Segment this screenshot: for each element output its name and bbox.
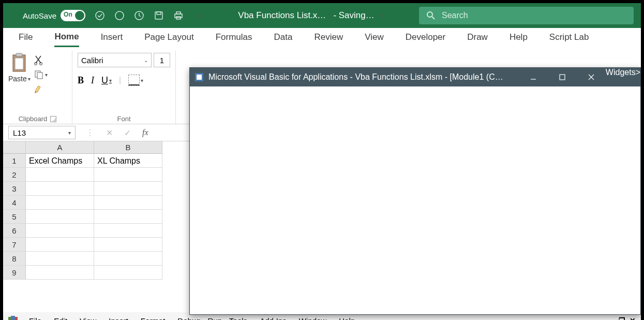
name-box[interactable]: L13▾ (8, 126, 76, 139)
tab-help[interactable]: Help (510, 32, 528, 46)
saving-status: - Saving… (333, 10, 374, 21)
format-painter-icon[interactable] (34, 84, 44, 94)
clock-icon[interactable] (134, 10, 144, 21)
tab-formulas[interactable]: Formulas (216, 32, 252, 46)
qat-dropdown-icon[interactable]: ▾ (193, 10, 203, 21)
svg-rect-15 (37, 72, 42, 79)
cut-icon[interactable] (34, 55, 44, 65)
font-size-select[interactable]: 1 (154, 53, 170, 67)
cell[interactable] (26, 196, 94, 210)
font-name-select[interactable]: Calibri⌄ (78, 53, 152, 67)
cell[interactable] (94, 182, 162, 196)
cell[interactable] (26, 224, 94, 238)
close-button[interactable] (577, 68, 606, 86)
tab-developer[interactable]: Developer (406, 32, 446, 46)
autosave-label: AutoSave (23, 11, 56, 20)
enter-icon[interactable]: ✓ (124, 128, 131, 138)
titlebar: AutoSave On ▾ Vba Functions List.x… - Sa… (3, 3, 641, 28)
cell[interactable] (94, 238, 162, 252)
svg-point-0 (96, 11, 104, 20)
menu-addins[interactable]: Add-Ins (254, 315, 292, 321)
row-header[interactable]: 4 (3, 196, 26, 210)
svg-point-1 (115, 11, 124, 20)
save-check-icon[interactable] (95, 10, 105, 21)
tab-insert[interactable]: Insert (101, 32, 123, 46)
tab-review[interactable]: Review (314, 32, 343, 46)
cell[interactable] (26, 266, 94, 280)
mdi-close-button[interactable]: ✕ (630, 316, 636, 320)
cell[interactable] (26, 168, 94, 182)
paste-button[interactable]: Paste▾ (8, 53, 31, 83)
toggle-switch[interactable]: On (61, 10, 85, 21)
tab-view[interactable]: View (365, 32, 384, 46)
select-all-corner[interactable] (3, 141, 26, 154)
italic-button[interactable]: I (91, 75, 94, 86)
minimize-button[interactable] (519, 68, 548, 86)
cell[interactable] (26, 252, 94, 266)
tab-data[interactable]: Data (274, 32, 293, 46)
copy-button[interactable]: ▾ (34, 69, 48, 80)
border-icon (128, 75, 140, 86)
menu-insert[interactable]: Insert (103, 315, 133, 321)
search-input[interactable]: Search (419, 7, 634, 24)
svg-rect-18 (560, 75, 565, 80)
menu-help[interactable]: Help (334, 315, 360, 321)
row-header[interactable]: 5 (3, 210, 26, 224)
menu-file[interactable]: File (24, 315, 47, 321)
cancel-icon[interactable]: ✕ (106, 128, 113, 138)
tab-script-lab[interactable]: Script Lab (549, 32, 589, 46)
cell[interactable] (26, 238, 94, 252)
cell[interactable] (94, 224, 162, 238)
cell[interactable] (94, 196, 162, 210)
menu-debug[interactable]: Debug (172, 315, 205, 321)
cell-b1[interactable]: XL Champs (94, 154, 162, 168)
toggle-knob (75, 11, 84, 20)
border-button[interactable]: ▾ (128, 75, 143, 86)
svg-rect-17 (197, 75, 202, 80)
row-header[interactable]: 1 (3, 154, 26, 168)
col-header-a[interactable]: A (26, 141, 94, 154)
tab-page-layout[interactable]: Page Layout (144, 32, 193, 46)
ribbon-tabs: File Home Insert Page Layout Formulas Da… (3, 28, 641, 51)
tab-home[interactable]: Home (54, 32, 79, 47)
fx-icon[interactable]: fx (142, 128, 148, 137)
autosave-toggle[interactable]: AutoSave On (23, 10, 85, 21)
vbe-app-icon (194, 72, 204, 82)
row-header[interactable]: 6 (3, 224, 26, 238)
svg-rect-21 (11, 316, 15, 320)
row-header[interactable]: 7 (3, 238, 26, 252)
tab-file[interactable]: File (19, 32, 33, 46)
cell[interactable] (26, 210, 94, 224)
row-header[interactable]: 2 (3, 168, 26, 182)
menu-edit[interactable]: Edit (49, 315, 72, 321)
cell[interactable] (94, 168, 162, 182)
cell[interactable] (94, 252, 162, 266)
col-header-b[interactable]: B (94, 141, 162, 154)
bold-button[interactable]: B (78, 75, 84, 86)
tab-draw[interactable]: Draw (467, 32, 488, 46)
font-size-value: 1 (160, 56, 164, 65)
vbe-titlebar[interactable]: Microsoft Visual Basic for Applications … (190, 68, 640, 86)
menu-run[interactable]: Run (208, 316, 222, 321)
menu-format[interactable]: Format (136, 315, 171, 321)
mdi-restore-button[interactable]: ❐ (619, 316, 625, 320)
row-header[interactable]: 9 (3, 266, 26, 280)
print-icon[interactable] (173, 10, 184, 21)
menu-view[interactable]: View (74, 315, 101, 321)
cell[interactable] (26, 182, 94, 196)
mdi-minimize-button[interactable]: — (607, 316, 615, 320)
circle-icon[interactable] (114, 10, 125, 21)
dots-icon[interactable]: ⋮ (86, 128, 95, 138)
save-icon[interactable] (154, 10, 164, 21)
cell[interactable] (94, 210, 162, 224)
cell[interactable] (94, 266, 162, 280)
row-header[interactable]: 8 (3, 252, 26, 266)
menu-tools[interactable]: Tools (224, 315, 252, 321)
underline-button[interactable]: U▾ (101, 75, 112, 86)
dialog-launcher-icon[interactable] (50, 116, 56, 122)
title-dropdown-icon[interactable]: ▾ (382, 13, 384, 19)
menu-window[interactable]: Window (294, 315, 332, 321)
row-header[interactable]: 3 (3, 182, 26, 196)
maximize-button[interactable] (548, 68, 577, 86)
cell-a1[interactable]: Excel Champs (26, 154, 94, 168)
